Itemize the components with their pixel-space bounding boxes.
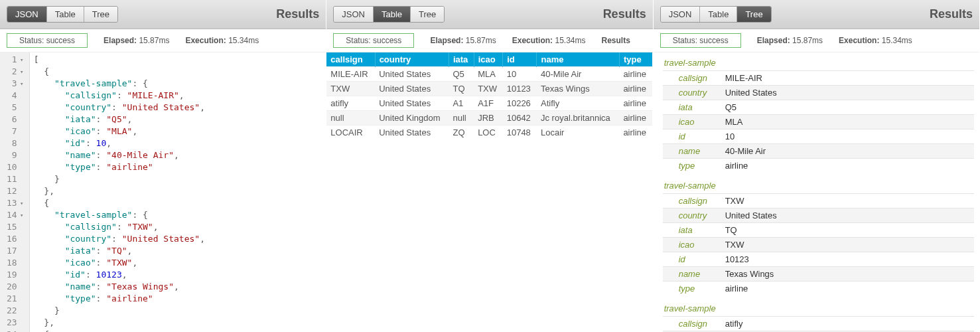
code-line: } bbox=[34, 305, 205, 317]
panel-title: Results bbox=[930, 7, 973, 21]
panel-json: JSON Table Tree Results Status: success … bbox=[0, 0, 326, 332]
tree-row: typeairline bbox=[663, 158, 974, 173]
panel-title: Results bbox=[603, 7, 646, 21]
tree-value: 10123 bbox=[725, 254, 749, 264]
code-line: "type": "airline" bbox=[34, 161, 205, 173]
table-cell: Q5 bbox=[449, 67, 474, 82]
tab-tree[interactable]: Tree bbox=[737, 7, 770, 22]
line-number: 10 bbox=[7, 161, 25, 173]
tree-value: TQ bbox=[725, 225, 737, 235]
line-number: 24▾ bbox=[7, 329, 25, 332]
tree-key: id bbox=[679, 131, 725, 141]
line-number: 7 bbox=[7, 125, 25, 137]
line-number: 5 bbox=[7, 102, 25, 114]
line-number: 3▾ bbox=[7, 78, 25, 90]
doc-title[interactable]: travel-sample bbox=[663, 178, 974, 193]
line-number: 4 bbox=[7, 90, 25, 102]
fold-icon[interactable]: ▾ bbox=[19, 197, 25, 209]
tree-row: icaoMLA bbox=[663, 114, 974, 129]
code-line: "callsign": "TXW", bbox=[34, 221, 205, 233]
table-row[interactable]: LOCAIRUnited StatesZQLOC10748Locairairli… bbox=[326, 125, 652, 140]
column-header[interactable]: callsign bbox=[326, 52, 375, 67]
doc-title[interactable]: travel-sample bbox=[663, 301, 974, 316]
table-cell: 10748 bbox=[503, 125, 537, 140]
tab-table[interactable]: Table bbox=[47, 7, 84, 22]
line-number: 12 bbox=[7, 185, 25, 197]
results-stat: Results bbox=[601, 36, 630, 45]
fold-icon[interactable]: ▾ bbox=[19, 209, 25, 221]
tab-json[interactable]: JSON bbox=[7, 7, 47, 22]
column-header[interactable]: name bbox=[537, 52, 619, 67]
tree-value: 40-Mile Air bbox=[725, 146, 766, 156]
table-cell: 10123 bbox=[503, 82, 537, 96]
table-row[interactable]: nullUnited KingdomnullJRB10642Jc royal.b… bbox=[326, 111, 652, 125]
line-number: 15 bbox=[7, 221, 25, 233]
code-line: "iata": "Q5", bbox=[34, 114, 205, 125]
code-line: "country": "United States", bbox=[34, 102, 205, 114]
table-row[interactable]: TXWUnited StatesTQTXW10123Texas Wingsair… bbox=[326, 82, 652, 96]
elapsed-stat: Elapsed: 15.87ms bbox=[757, 36, 823, 45]
table-cell: null bbox=[326, 111, 375, 125]
column-header[interactable]: type bbox=[619, 52, 652, 67]
tab-tree[interactable]: Tree bbox=[411, 7, 444, 22]
line-number: 1▾ bbox=[7, 54, 25, 66]
elapsed-stat: Elapsed: 15.87ms bbox=[104, 36, 169, 45]
tab-json[interactable]: JSON bbox=[334, 7, 374, 22]
tab-tree[interactable]: Tree bbox=[84, 7, 117, 22]
table-cell: airline bbox=[619, 96, 652, 111]
table-row[interactable]: atiflyUnited StatesA1A1F10226Atiflyairli… bbox=[326, 96, 652, 111]
table-cell: 10226 bbox=[503, 96, 537, 111]
code-line: }, bbox=[34, 185, 205, 197]
fold-icon[interactable]: ▾ bbox=[19, 78, 25, 90]
column-header[interactable]: country bbox=[375, 52, 449, 67]
tree-key: icao bbox=[679, 240, 725, 250]
view-tabs: JSON Table Tree bbox=[333, 6, 445, 23]
panel-tree: JSON Table Tree Results Status: success … bbox=[654, 0, 980, 332]
line-number: 18 bbox=[7, 257, 25, 269]
table-cell: Jc royal.britannica bbox=[537, 111, 619, 125]
tree-document[interactable]: travel-samplecallsignMILE-AIRcountryUnit… bbox=[663, 55, 974, 173]
tab-json[interactable]: JSON bbox=[661, 7, 701, 22]
code-line: "iata": "TQ", bbox=[34, 245, 205, 257]
code-line: "callsign": "MILE-AIR", bbox=[34, 90, 205, 102]
status-bar: Status: success Elapsed: 15.87ms Executi… bbox=[654, 29, 979, 52]
header: JSON Table Tree Results bbox=[326, 0, 652, 29]
fold-icon[interactable]: ▾ bbox=[19, 329, 25, 332]
tree-row: nameTexas Wings bbox=[663, 266, 974, 281]
code-line: { bbox=[34, 66, 205, 78]
json-body[interactable]: 1▾2▾3▾45678910111213▾14▾1516171819202122… bbox=[0, 52, 326, 332]
fold-icon[interactable]: ▾ bbox=[19, 66, 25, 78]
tree-key: callsign bbox=[679, 73, 725, 83]
table-cell: airline bbox=[619, 82, 652, 96]
fold-icon[interactable]: ▾ bbox=[19, 54, 25, 66]
line-number: 13▾ bbox=[7, 197, 25, 209]
code-line: "name": "40-Mile Air", bbox=[34, 149, 205, 161]
table-cell: JRB bbox=[474, 111, 503, 125]
tree-row: typeairline bbox=[663, 281, 974, 295]
table-cell: Texas Wings bbox=[537, 82, 619, 96]
table-cell: ZQ bbox=[449, 125, 474, 140]
tab-table[interactable]: Table bbox=[700, 7, 737, 22]
elapsed-stat: Elapsed: 15.87ms bbox=[430, 36, 496, 45]
tree-value: atifly bbox=[725, 319, 743, 329]
table-cell: TXW bbox=[326, 82, 375, 96]
tree-row: iataTQ bbox=[663, 222, 974, 237]
tree-value: Texas Wings bbox=[725, 269, 774, 279]
doc-title[interactable]: travel-sample bbox=[663, 55, 974, 70]
header: JSON Table Tree Results bbox=[0, 0, 326, 29]
tree-document[interactable]: travel-samplecallsignTXWcountryUnited St… bbox=[663, 178, 974, 295]
table-row[interactable]: MILE-AIRUnited StatesQ5MLA1040-Mile Aira… bbox=[326, 67, 652, 82]
code-editor: 1▾2▾3▾45678910111213▾14▾1516171819202122… bbox=[0, 52, 326, 332]
tree-key: type bbox=[679, 161, 725, 171]
code-line: "id": 10, bbox=[34, 137, 205, 149]
tree-key: country bbox=[679, 88, 725, 98]
column-header[interactable]: id bbox=[503, 52, 537, 67]
table-cell: airline bbox=[619, 67, 652, 82]
tree-document[interactable]: travel-samplecallsignatiflycountryUnited… bbox=[663, 301, 974, 332]
column-header[interactable]: iata bbox=[449, 52, 474, 67]
table-body[interactable]: callsigncountryiataicaoidnametypeMILE-AI… bbox=[326, 52, 652, 332]
tree-body[interactable]: travel-samplecallsignMILE-AIRcountryUnit… bbox=[654, 52, 979, 332]
tree-value: airline bbox=[725, 161, 748, 171]
tab-table[interactable]: Table bbox=[374, 7, 411, 22]
column-header[interactable]: icao bbox=[474, 52, 503, 67]
